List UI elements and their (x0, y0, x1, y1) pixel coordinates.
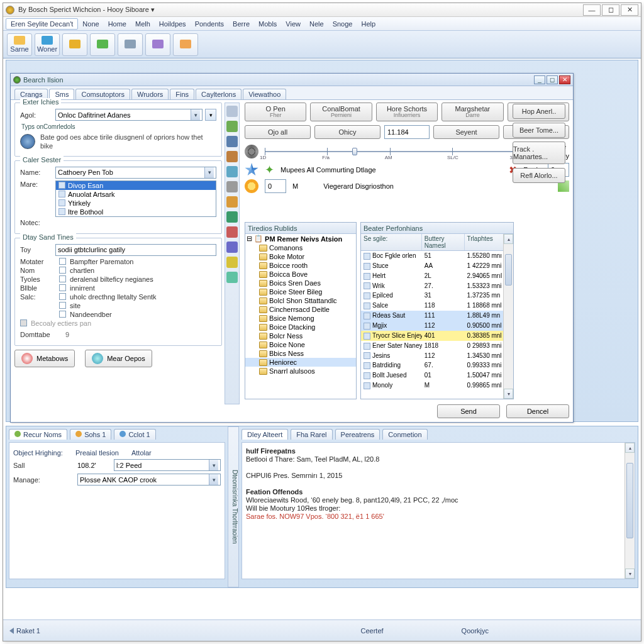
toolbar-btn-4[interactable] (118, 33, 143, 56)
table-row[interactable]: Mgjix1120.90500 mnl (361, 321, 513, 331)
menu-snoge[interactable]: Snoge (328, 19, 357, 29)
tree-node[interactable]: Snarrl alulsoos (245, 367, 356, 375)
col-header[interactable]: Se sgile: (361, 234, 422, 250)
checkbox[interactable] (59, 258, 66, 265)
sall-input-a[interactable]: 108.2' (77, 462, 110, 469)
checkbox[interactable] (59, 293, 66, 300)
inner-maximize[interactable]: ◻ (547, 75, 558, 84)
list-item[interactable]: Divop Esan (56, 181, 216, 190)
toolbar-btn-0[interactable]: Sarne (7, 33, 32, 56)
maximize-button[interactable]: ◻ (602, 4, 619, 16)
menu-melh[interactable]: Melh (131, 19, 155, 29)
sall-combo[interactable]: l:2 Peed▾ (114, 459, 221, 471)
menu-mobls[interactable]: Mobls (254, 19, 281, 29)
toolbar-btn-5[interactable] (145, 33, 170, 56)
checkbox[interactable] (59, 302, 66, 309)
menu-eren seylite decan't[interactable]: Eren Seylite Decan't (6, 18, 78, 30)
vtool-3[interactable] (226, 151, 238, 162)
list-item[interactable]: Ytirkely (56, 199, 216, 208)
table-row[interactable]: Salce1181 18868 mnl (361, 301, 513, 311)
time-slider[interactable]: 1DF/aAMSL/C3AC (265, 146, 514, 157)
lower-tab[interactable]: Cclot 1 (114, 429, 155, 440)
vtool-10[interactable] (226, 257, 238, 268)
table-row[interactable]: MonolyM0.99865 mnl (361, 380, 513, 391)
inner-close[interactable]: ✕ (559, 75, 570, 84)
seyent-button[interactable]: Seyent (433, 125, 499, 139)
menu-none[interactable]: None (78, 19, 103, 29)
tree-node[interactable]: Heniorec (245, 358, 356, 367)
menu-pondents[interactable]: Pondents (191, 19, 228, 29)
menu-hoildpes[interactable]: Hoildpes (155, 19, 191, 29)
top-btn[interactable]: O PenFher (245, 103, 306, 121)
vtool-6[interactable] (226, 196, 238, 208)
top-btn[interactable]: MargshetarDarre (441, 103, 503, 121)
list-item[interactable]: Itre Bothool (56, 208, 216, 216)
toolbar-btn-6[interactable] (173, 33, 198, 56)
agol-combo[interactable]: Onloc Dafitrinet Adanes▾ (55, 109, 203, 121)
cancel-button[interactable]: Dencel (506, 404, 569, 418)
tree-node[interactable]: Boice Steer Bileg (245, 287, 356, 296)
tree-node[interactable]: Boke Motor (245, 252, 356, 261)
manage-combo[interactable]: Plosse ANK CAOP crook▾ (77, 474, 221, 486)
minimize-button[interactable]: — (583, 4, 601, 16)
lower-tab[interactable]: Recur Noms (9, 429, 67, 440)
lower-right-tab[interactable]: Conmetion (382, 429, 427, 440)
close-button[interactable]: ✕ (621, 4, 638, 16)
list-item[interactable]: Anuolat Artsark (56, 190, 216, 199)
lower-right-tab[interactable]: Fha Rarel (291, 429, 332, 440)
menu-home[interactable]: Home (104, 19, 131, 29)
lower-tab[interactable]: Sohs 1 (70, 429, 111, 440)
lower-right-tab[interactable]: Dley Alteert (242, 429, 288, 440)
vtool-1[interactable] (226, 121, 238, 132)
sun-input[interactable]: 0 (265, 179, 286, 193)
tree-node[interactable]: Bsice Nemong (245, 314, 356, 323)
send-button[interactable]: Send (437, 404, 500, 418)
vtool-5[interactable] (226, 181, 238, 192)
table-row[interactable]: Wrik27.1.53323 mni (361, 281, 513, 291)
table-row[interactable]: StuceAA1 42229 mni (361, 261, 513, 271)
tree-node[interactable]: Boicca Bove (245, 270, 356, 279)
ojoall-button[interactable]: Ojo all (245, 125, 311, 139)
table-row[interactable]: Batrdiding67.0.99333 mni (361, 360, 513, 370)
top-btn[interactable]: Hore SchortsInfiuerriers (376, 103, 438, 121)
tree-node[interactable]: Boics Sren Daes (245, 279, 356, 287)
table-row[interactable]: Boc Fgkle orlen511.55280 mnı (361, 251, 513, 261)
table-row[interactable]: Jesins1121.34530 mnl (361, 351, 513, 361)
table-row[interactable]: Ener Sater Naney18180 29893 mni (361, 341, 513, 351)
vtool-8[interactable] (226, 226, 238, 238)
tree-node[interactable]: Bbics Ness (245, 349, 356, 358)
vtool-0[interactable] (226, 106, 238, 117)
tree-node[interactable]: Boice None (245, 340, 356, 349)
checkbox[interactable] (59, 267, 66, 274)
metabows-button[interactable]: Metabows (14, 350, 75, 367)
side-btn[interactable]: Hop Anerl.. (513, 104, 565, 119)
toy-input[interactable]: sodii gtbtclurlinc gatily (55, 244, 216, 256)
mare-listbox[interactable]: Divop EsanAnuolat ArtsarkYtirkelyItre Bo… (55, 180, 216, 217)
name-combo[interactable]: Cathoery Pen Tob▾ (55, 167, 216, 179)
checkbox[interactable] (59, 275, 66, 282)
table-row[interactable]: Rdeas Saut1111.88L49 mn (361, 311, 513, 321)
tree-node[interactable]: Bolcl Shon Sttattandlc (245, 296, 356, 305)
tree-node[interactable]: Boice Dtacking (245, 323, 356, 331)
side-btn[interactable]: Refl Alorlo... (513, 168, 565, 183)
tree-node[interactable]: Comanons (245, 243, 356, 252)
side-btn[interactable]: Track . Manartes... (513, 142, 565, 164)
toolbar-btn-3[interactable] (90, 33, 115, 56)
table-scrollbar[interactable]: ▴▾ (503, 234, 513, 399)
tab-fins[interactable]: Fins (170, 89, 194, 99)
col-header[interactable]: Buttery Namesl (422, 234, 465, 250)
vtool-9[interactable] (226, 242, 238, 253)
table-row[interactable]: Epilced311.37235 mn (361, 291, 513, 301)
menu-help[interactable]: Help (357, 19, 380, 29)
inner-minimize[interactable]: _ (534, 75, 545, 84)
table-row[interactable]: Bollt Juesed011.50047 mni (361, 370, 513, 380)
table-row[interactable]: Helrt2L2.94065 mrıl (361, 271, 513, 281)
num-input[interactable]: 11.184 (384, 125, 430, 139)
tab-caylterlons[interactable]: Caylterlons (196, 89, 242, 99)
menu-view[interactable]: View (281, 19, 305, 29)
tree-node[interactable]: Bolcr Ness (245, 331, 356, 340)
ohicy-button[interactable]: Ohicy (314, 125, 380, 139)
toolbar-btn-1[interactable]: Woner (35, 33, 60, 56)
vtool-11[interactable] (226, 272, 238, 283)
checkbox[interactable] (59, 284, 66, 291)
